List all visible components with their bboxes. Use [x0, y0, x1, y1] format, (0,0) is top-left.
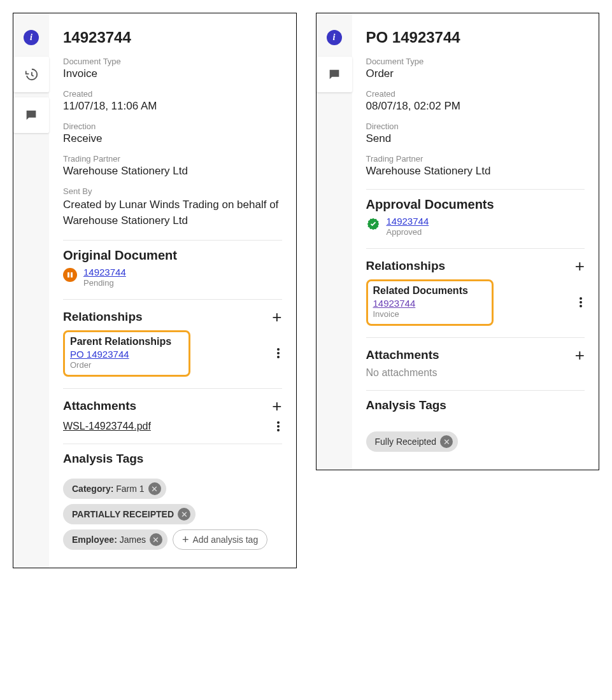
add-relationship-button[interactable]: +	[575, 258, 585, 274]
related-documents-row: Related Documents 14923744 Invoice	[366, 278, 585, 326]
highlight-parent-relationship: Parent Relationships PO 14923744 Order	[63, 330, 190, 377]
parent-relationship-link[interactable]: PO 14923744	[70, 349, 183, 360]
analysis-tags: Fully Receipted ✕	[366, 431, 585, 452]
comments-tab[interactable]	[13, 97, 49, 133]
info-tab[interactable]: i	[16, 24, 46, 52]
pending-status-icon	[63, 268, 77, 282]
side-rail: i	[13, 13, 49, 568]
analysis-tags-title: Analysis Tags	[366, 398, 585, 412]
approval-document-status: Approved	[387, 227, 429, 237]
history-tab[interactable]	[13, 57, 49, 92]
order-panel: i PO 14923744 Document Type Order Create…	[316, 13, 600, 470]
approval-documents-title: Approval Documents	[366, 197, 585, 212]
tag-partially-receipted: PARTIALLY RECEIPTED ✕	[63, 504, 196, 524]
original-document-status: Pending	[83, 278, 126, 288]
value-partner: Warehouse Stationery Ltd	[63, 165, 282, 178]
value-doctype: Invoice	[63, 67, 282, 80]
parent-relationship-row: Parent Relationships PO 14923744 Order	[63, 329, 282, 377]
label-partner: Trading Partner	[63, 154, 282, 164]
add-relationship-button[interactable]: +	[272, 309, 281, 325]
relationships-header: Relationships +	[63, 309, 282, 325]
separator	[63, 444, 282, 444]
label-created: Created	[63, 89, 282, 99]
related-document-link[interactable]: 14923744	[373, 298, 487, 309]
separator	[63, 299, 282, 300]
remove-tag-button[interactable]: ✕	[178, 508, 190, 521]
value-created: 11/07/18, 11:06 AM	[63, 100, 282, 113]
value-doctype: Order	[366, 67, 585, 80]
panel-content: 14923744 Document Type Invoice Created 1…	[49, 13, 296, 568]
highlight-related-documents: Related Documents 14923744 Invoice	[366, 279, 494, 326]
attachment-row: WSL-14923744.pdf	[63, 421, 282, 432]
attachment-link[interactable]: WSL-14923744.pdf	[63, 421, 151, 432]
analysis-tags: Category: Farm 1 ✕ PARTIALLY RECEIPTED ✕…	[63, 479, 282, 550]
label-sentby: Sent By	[63, 186, 282, 196]
separator	[366, 189, 585, 190]
tag-employee: Employee: James ✕	[63, 529, 167, 550]
panel-content: PO 14923744 Document Type Order Created …	[352, 13, 599, 470]
relationship-menu-button[interactable]	[274, 348, 282, 358]
attachments-header: Attachments +	[366, 347, 585, 363]
value-direction: Send	[366, 132, 585, 145]
add-attachment-button[interactable]: +	[272, 398, 281, 414]
label-doctype: Document Type	[63, 57, 282, 66]
analysis-tags-title: Analysis Tags	[63, 452, 282, 466]
relationships-header: Relationships +	[366, 258, 585, 274]
chat-icon	[24, 108, 38, 122]
no-attachments-text: No attachments	[366, 367, 585, 379]
separator	[366, 390, 585, 391]
document-title: 14923744	[63, 29, 282, 46]
separator	[366, 337, 585, 338]
separator	[63, 388, 282, 389]
info-tab[interactable]: i	[319, 24, 350, 52]
history-icon	[24, 67, 38, 81]
separator	[63, 240, 282, 241]
add-analysis-tag-button[interactable]: + Add analysis tag	[173, 529, 267, 550]
parent-relationship-type: Order	[70, 360, 183, 370]
approved-status-icon	[366, 217, 380, 231]
approval-document-link[interactable]: 14923744	[387, 216, 429, 227]
original-document-link[interactable]: 14923744	[83, 267, 126, 277]
plus-icon: +	[182, 534, 189, 545]
remove-tag-button[interactable]: ✕	[148, 482, 161, 495]
label-doctype: Document Type	[366, 57, 585, 66]
relationships-title: Relationships	[366, 259, 446, 273]
label-direction: Direction	[366, 122, 585, 131]
tag-category: Category: Farm 1 ✕	[63, 479, 166, 499]
relationships-title: Relationships	[63, 310, 143, 324]
invoice-panel: i 14923744 Document Type Invoice Created…	[13, 13, 297, 568]
attachments-title: Attachments	[63, 399, 136, 413]
relationship-menu-button[interactable]	[577, 297, 585, 307]
svg-rect-1	[71, 272, 73, 277]
original-document-title: Original Document	[63, 248, 282, 263]
value-direction: Receive	[63, 132, 282, 145]
attachments-title: Attachments	[366, 348, 439, 362]
tag-fully-receipted: Fully Receipted ✕	[366, 431, 459, 452]
label-partner: Trading Partner	[366, 154, 585, 164]
add-attachment-button[interactable]: +	[575, 347, 585, 363]
document-title: PO 14923744	[366, 29, 585, 46]
related-document-type: Invoice	[373, 309, 487, 319]
value-sentby: Created by Lunar Winds Trading on behalf…	[63, 197, 282, 228]
parent-relationships-title: Parent Relationships	[70, 336, 183, 347]
attachment-menu-button[interactable]	[274, 421, 282, 431]
side-rail: i	[317, 13, 352, 470]
chat-icon	[327, 67, 341, 81]
original-document-row: 14923744 Pending	[63, 267, 282, 288]
value-partner: Warehouse Stationery Ltd	[366, 165, 585, 178]
info-icon: i	[24, 30, 39, 45]
attachments-header: Attachments +	[63, 398, 282, 414]
related-documents-title: Related Documents	[373, 285, 487, 297]
remove-tag-button[interactable]: ✕	[150, 533, 162, 546]
label-direction: Direction	[63, 122, 282, 131]
remove-tag-button[interactable]: ✕	[440, 435, 453, 448]
svg-rect-0	[68, 272, 69, 277]
label-created: Created	[366, 89, 585, 99]
info-icon: i	[327, 30, 342, 45]
separator	[366, 248, 585, 249]
value-created: 08/07/18, 02:02 PM	[366, 100, 585, 113]
comments-tab[interactable]	[317, 57, 352, 92]
approval-document-row: 14923744 Approved	[366, 216, 585, 237]
